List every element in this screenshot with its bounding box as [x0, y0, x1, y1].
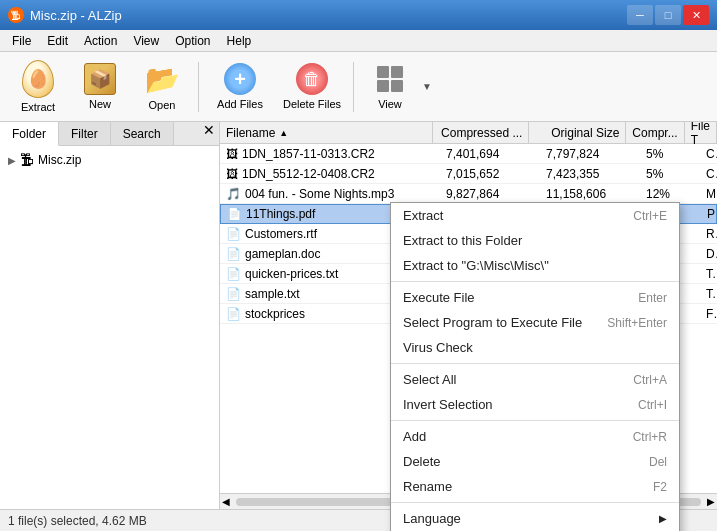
new-button[interactable]: 📦 New [70, 57, 130, 117]
close-button[interactable]: ✕ [683, 5, 709, 25]
open-icon: 📂 [145, 63, 180, 96]
panel-close-button[interactable]: ✕ [199, 122, 219, 145]
ctx-delete-label: Delete [403, 454, 649, 469]
ctx-sep-2 [391, 363, 679, 364]
ctx-extract-label: Extract [403, 208, 633, 223]
ctx-rename-label: Rename [403, 479, 653, 494]
col-header-compressed[interactable]: Compressed ... [433, 122, 530, 143]
ctx-add[interactable]: Add Ctrl+R [391, 424, 679, 449]
ctx-extract-shortcut: Ctrl+E [633, 209, 667, 223]
ctx-select-program-shortcut: Shift+Enter [607, 316, 667, 330]
menu-help[interactable]: Help [219, 30, 260, 51]
table-row[interactable]: 🎵004 fun. - Some Nights.mp3 9,827,864 11… [220, 184, 717, 204]
deletefiles-button[interactable]: 🗑 Delete Files [277, 57, 347, 117]
ctx-extract-here[interactable]: Extract to this Folder [391, 228, 679, 253]
menu-file[interactable]: File [4, 30, 39, 51]
title-bar-buttons: ─ □ ✕ [627, 5, 709, 25]
cell-type: DOC [700, 247, 717, 261]
view-wrap: View ▼ [360, 57, 434, 117]
ctx-execute-shortcut: Enter [638, 291, 667, 305]
view-dropdown-arrow[interactable]: ▼ [420, 81, 434, 92]
col-header-ratio[interactable]: Compr... [626, 122, 684, 143]
cell-filename: 🖼1DN_1857-11-0313.CR2 [220, 147, 440, 161]
tab-folder[interactable]: Folder [0, 122, 59, 146]
ctx-virus-check-label: Virus Check [403, 340, 667, 355]
view-button[interactable]: View [360, 57, 420, 117]
open-button[interactable]: 📂 Open [132, 57, 192, 117]
new-label: New [89, 98, 111, 110]
toolbar-sep-2 [353, 62, 354, 112]
ctx-extract-path-label: Extract to "G:\Misc\Misc\" [403, 258, 667, 273]
file-icon: 📄 [226, 287, 241, 301]
cell-type: CR2 [700, 167, 717, 181]
ctx-select-program-label: Select Program to Execute File [403, 315, 607, 330]
ctx-rename-shortcut: F2 [653, 480, 667, 494]
ctx-virus-check[interactable]: Virus Check [391, 335, 679, 360]
view-icon [374, 63, 406, 95]
tree-item-misc-zip[interactable]: ▶ 🗜 Misc.zip [4, 150, 215, 170]
cell-ratio: 12% [640, 187, 700, 201]
ctx-invert-selection[interactable]: Invert Selection Ctrl+I [391, 392, 679, 417]
file-icon: 📄 [226, 267, 241, 281]
menu-edit[interactable]: Edit [39, 30, 76, 51]
menu-view[interactable]: View [125, 30, 167, 51]
left-panel: Folder Filter Search ✕ ▶ 🗜 Misc.zip [0, 122, 220, 509]
ctx-add-shortcut: Ctrl+R [633, 430, 667, 444]
cell-type: File [700, 307, 717, 321]
col-header-original[interactable]: Original Size [529, 122, 626, 143]
file-icon: 🎵 [226, 187, 241, 201]
context-menu: Extract Ctrl+E Extract to this Folder Ex… [390, 202, 680, 531]
ctx-select-program[interactable]: Select Program to Execute File Shift+Ent… [391, 310, 679, 335]
zip-file-icon: 🗜 [20, 152, 34, 168]
ctx-sep-1 [391, 281, 679, 282]
cell-type: MP3 [700, 187, 717, 201]
tab-filter[interactable]: Filter [59, 122, 111, 145]
ctx-sep-4 [391, 502, 679, 503]
ctx-select-all[interactable]: Select All Ctrl+A [391, 367, 679, 392]
app-icon: 🗜 [8, 7, 24, 23]
status-text: 1 file(s) selected, 4.62 MB [8, 514, 147, 528]
title-bar-left: 🗜 Misc.zip - ALZip [8, 7, 122, 23]
ctx-extract[interactable]: Extract Ctrl+E [391, 203, 679, 228]
maximize-button[interactable]: □ [655, 5, 681, 25]
title-bar: 🗜 Misc.zip - ALZip ─ □ ✕ [0, 0, 717, 30]
col-header-type[interactable]: File T [685, 122, 717, 143]
scroll-left-button[interactable]: ◀ [220, 496, 232, 507]
ctx-execute[interactable]: Execute File Enter [391, 285, 679, 310]
view-label: View [378, 98, 402, 110]
addfiles-button[interactable]: + Add Files [205, 57, 275, 117]
col-header-filename[interactable]: Filename ▲ [220, 122, 433, 143]
addfiles-label: Add Files [217, 98, 263, 110]
ctx-delete[interactable]: Delete Del [391, 449, 679, 474]
tree-item-label: Misc.zip [38, 153, 81, 167]
minimize-button[interactable]: ─ [627, 5, 653, 25]
ctx-language-label: Language [403, 511, 659, 526]
ctx-execute-label: Execute File [403, 290, 638, 305]
file-list-header: Filename ▲ Compressed ... Original Size … [220, 122, 717, 144]
new-icon: 📦 [84, 63, 116, 95]
ctx-language-arrow: ▶ [659, 513, 667, 524]
menu-bar: File Edit Action View Option Help [0, 30, 717, 52]
menu-option[interactable]: Option [167, 30, 218, 51]
tab-search[interactable]: Search [111, 122, 174, 145]
ctx-sep-3 [391, 420, 679, 421]
ctx-language[interactable]: Language ▶ [391, 506, 679, 531]
tree-expand-icon: ▶ [8, 155, 16, 166]
scroll-right-button[interactable]: ▶ [705, 496, 717, 507]
ctx-rename[interactable]: Rename F2 [391, 474, 679, 499]
extract-button[interactable]: 🥚 Extract [8, 57, 68, 117]
ctx-extract-path[interactable]: Extract to "G:\Misc\Misc\" [391, 253, 679, 278]
menu-action[interactable]: Action [76, 30, 125, 51]
table-row[interactable]: 🖼1DN_1857-11-0313.CR2 7,401,694 7,797,82… [220, 144, 717, 164]
table-row[interactable]: 🖼1DN_5512-12-0408.CR2 7,015,652 7,423,35… [220, 164, 717, 184]
file-icon: 📄 [226, 247, 241, 261]
cell-type: Rich [700, 227, 717, 241]
cell-type: CR2 [700, 147, 717, 161]
ctx-delete-shortcut: Del [649, 455, 667, 469]
window-title: Misc.zip - ALZip [30, 8, 122, 23]
cell-compressed: 7,015,652 [440, 167, 540, 181]
cell-filename: 🖼1DN_5512-12-0408.CR2 [220, 167, 440, 181]
cell-compressed: 7,401,694 [440, 147, 540, 161]
cell-original: 11,158,606 [540, 187, 640, 201]
cell-type: PDF [701, 207, 716, 221]
